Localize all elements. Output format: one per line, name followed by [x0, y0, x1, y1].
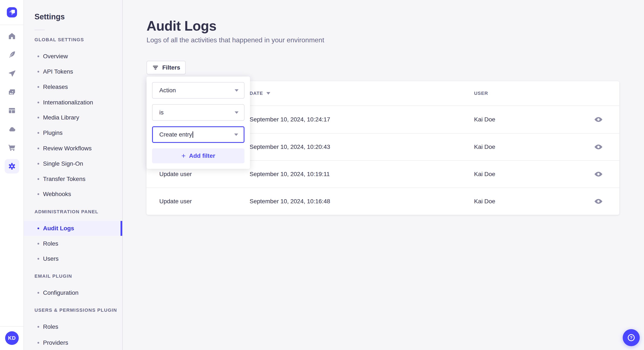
sidebar-item-label: Media Library	[43, 114, 79, 121]
plus-icon: +	[182, 152, 186, 159]
filter-value-select[interactable]: Create entry	[152, 126, 244, 143]
sidebar-item-label: Releases	[43, 84, 68, 90]
cell-date: September 10, 2024, 10:19:11	[250, 171, 474, 177]
table-row: Update user September 10, 2024, 10:16:48…	[146, 187, 619, 215]
sidebar-item-releases[interactable]: Releases	[24, 80, 122, 94]
view-details-eye-icon[interactable]	[592, 113, 605, 126]
strapi-logo-square	[12, 10, 15, 13]
filter-field-select[interactable]: Action	[152, 82, 244, 99]
rail-divider-bottom	[0, 326, 24, 327]
add-filter-button[interactable]: + Add filter	[152, 149, 244, 163]
page-title: Audit Logs	[146, 17, 216, 34]
cell-user: Kai Doe	[474, 144, 591, 150]
settings-subnav: Settings GLOBAL SETTINGS Overview API To…	[24, 0, 123, 350]
view-details-eye-icon[interactable]	[592, 194, 605, 208]
section-heading-users-permissions-plugin: USERS & PERMISSIONS PLUGIN	[34, 308, 117, 313]
column-header-date-label: DATE	[250, 91, 263, 96]
filters-popover: Action is Create entry + Add filter	[146, 77, 250, 169]
sidebar-item-configuration[interactable]: Configuration	[24, 285, 122, 300]
sidebar-item-roles[interactable]: Roles	[24, 236, 122, 251]
bullet-icon	[38, 86, 39, 88]
cart-icon[interactable]	[8, 143, 16, 152]
strapi-logo[interactable]	[7, 7, 17, 17]
filter-icon	[152, 64, 159, 71]
strapi-logo-fold-bottom	[12, 13, 14, 15]
bullet-icon	[38, 117, 39, 118]
cell-user: Kai Doe	[474, 198, 591, 205]
sidebar-item-label: Overview	[43, 53, 68, 60]
filter-operator-select[interactable]: is	[152, 104, 244, 121]
sidebar-item-transfer-tokens[interactable]: Transfer Tokens	[24, 172, 122, 186]
bullet-icon	[38, 243, 39, 245]
bullet-icon	[38, 326, 39, 328]
pictures-icon[interactable]	[8, 88, 16, 97]
view-details-eye-icon[interactable]	[592, 167, 605, 181]
cell-action: Update user	[146, 198, 250, 205]
gear-icon[interactable]	[8, 162, 16, 171]
cell-date: September 10, 2024, 10:20:43	[250, 144, 474, 150]
text-cursor	[192, 131, 193, 138]
help-button[interactable]: ?	[623, 329, 640, 346]
subnav-title: Settings	[34, 12, 65, 21]
filter-operator-value: is	[159, 109, 235, 116]
feather-icon[interactable]	[8, 50, 16, 59]
sidebar-item-review-workflows[interactable]: Review Workflows	[24, 141, 122, 156]
sidebar-item-label: Providers	[43, 339, 68, 346]
sidebar-item-label: Transfer Tokens	[43, 176, 86, 182]
page-subtitle: Logs of all the activities that happened…	[146, 36, 324, 44]
cloud-icon[interactable]	[8, 125, 16, 134]
sidebar-item-webhooks[interactable]: Webhooks	[24, 187, 122, 201]
paper-plane-icon[interactable]	[8, 69, 16, 78]
sidebar-item-media-library[interactable]: Media Library	[24, 110, 122, 125]
home-icon[interactable]	[8, 32, 16, 40]
chevron-down-icon	[235, 111, 238, 114]
sidebar-item-label: Roles	[43, 324, 58, 330]
sidebar-item-api-tokens[interactable]: API Tokens	[24, 64, 122, 79]
cell-user: Kai Doe	[474, 116, 591, 123]
sidebar-item-audit-logs[interactable]: Audit Logs	[24, 221, 122, 236]
sidebar-item-label: Internationalization	[43, 99, 93, 106]
layout-icon[interactable]	[8, 106, 16, 115]
icon-rail: KD	[0, 0, 24, 350]
cell-date: September 10, 2024, 10:24:17	[250, 116, 474, 123]
sidebar-item-label: Roles	[43, 240, 58, 247]
bullet-icon	[38, 292, 39, 294]
bullet-icon	[38, 342, 39, 344]
bullet-icon	[38, 193, 39, 195]
rail-divider-top	[0, 25, 24, 25]
bullet-icon	[38, 71, 39, 72]
subnav-title-divider	[34, 30, 45, 30]
sidebar-item-internationalization[interactable]: Internationalization	[24, 95, 122, 110]
strapi-logo-fold-top	[9, 10, 12, 12]
bullet-icon	[38, 178, 39, 180]
chevron-down-icon	[235, 89, 238, 92]
sidebar-item-providers[interactable]: Providers	[24, 335, 122, 350]
sidebar-item-label: Configuration	[43, 289, 78, 296]
chevron-down-icon	[234, 134, 238, 136]
bullet-icon	[38, 258, 39, 260]
column-header-date[interactable]: DATE	[250, 91, 474, 96]
bullet-icon	[38, 148, 39, 149]
filter-field-value: Action	[159, 87, 235, 94]
sidebar-item-plugins[interactable]: Plugins	[24, 126, 122, 140]
section-heading-email-plugin: EMAIL PLUGIN	[34, 273, 72, 279]
sidebar-item-label: Webhooks	[43, 191, 71, 197]
sidebar-item-label: Audit Logs	[43, 225, 74, 232]
sidebar-item-users[interactable]: Users	[24, 251, 122, 266]
sidebar-item-label: Plugins	[43, 130, 62, 136]
main-content: Audit Logs Logs of all the activities th…	[123, 0, 644, 350]
sidebar-item-label: Single Sign-On	[43, 160, 83, 167]
bullet-icon	[38, 55, 39, 57]
sidebar-item-roles-up[interactable]: Roles	[24, 319, 122, 334]
column-header-user-label: USER	[474, 91, 488, 96]
cell-date: September 10, 2024, 10:16:48	[250, 198, 474, 205]
bullet-icon	[38, 163, 39, 165]
sidebar-item-single-sign-on[interactable]: Single Sign-On	[24, 156, 122, 171]
section-heading-global-settings: GLOBAL SETTINGS	[34, 37, 84, 42]
sidebar-item-label: API Tokens	[43, 68, 73, 75]
sidebar-item-overview[interactable]: Overview	[24, 49, 122, 64]
view-details-eye-icon[interactable]	[592, 140, 605, 154]
avatar[interactable]: KD	[5, 331, 19, 345]
filters-button[interactable]: Filters	[146, 61, 186, 74]
bullet-icon	[38, 132, 39, 134]
